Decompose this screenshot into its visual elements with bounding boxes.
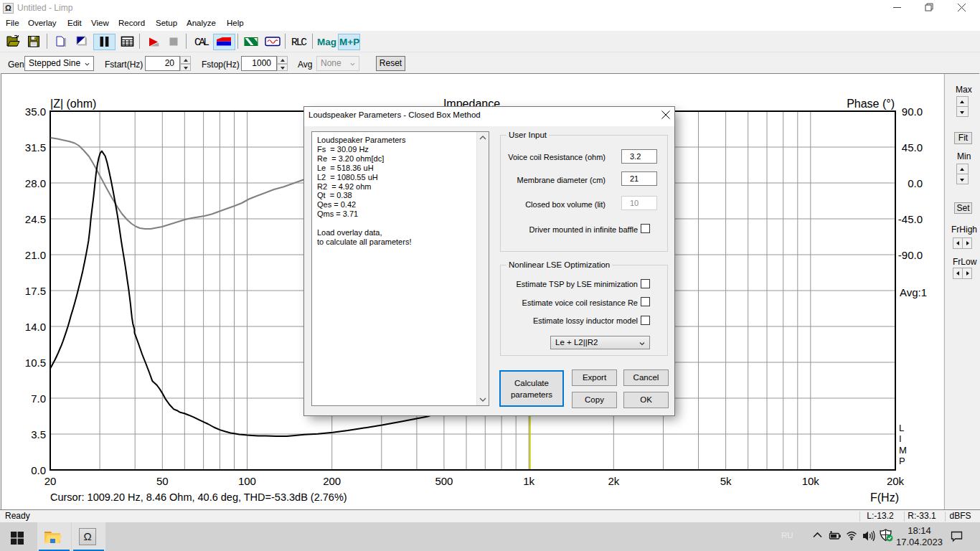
svg-text:CAL: CAL <box>194 37 209 48</box>
svg-text:Mag: Mag <box>317 37 336 47</box>
svg-text:M+P: M+P <box>339 37 359 47</box>
svg-text:RLC: RLC <box>291 37 307 48</box>
